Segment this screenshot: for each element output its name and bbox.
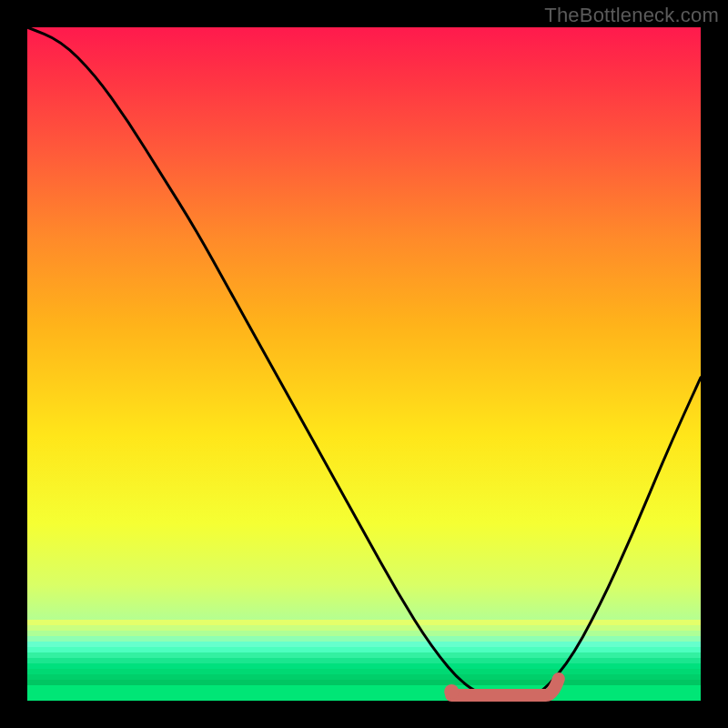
bottleneck-curve [27, 27, 701, 701]
chart-frame: TheBottleneck.com [0, 0, 728, 728]
curve-layer [27, 27, 701, 701]
plot-area [27, 27, 701, 701]
optimal-marker-icon [444, 684, 459, 699]
watermark-text: TheBottleneck.com [544, 4, 719, 27]
